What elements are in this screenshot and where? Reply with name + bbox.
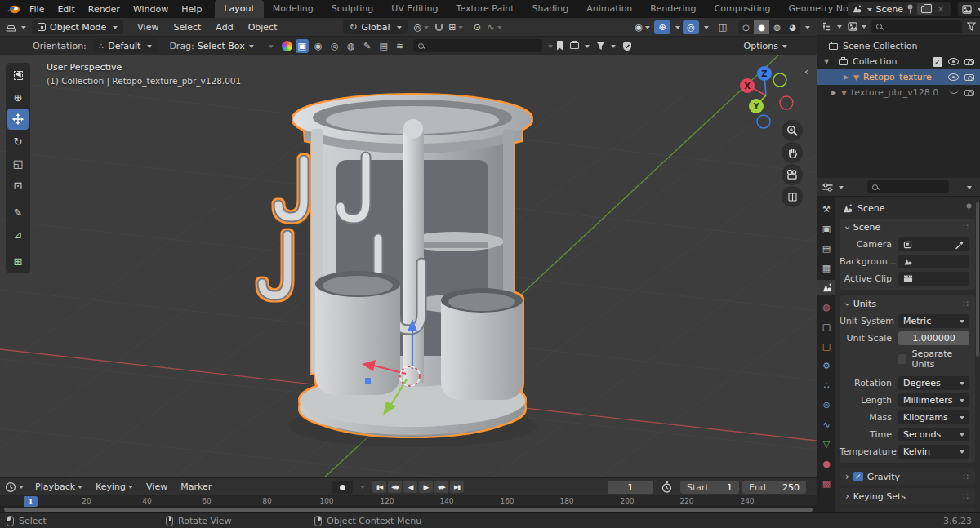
eye-open-icon[interactable] bbox=[948, 58, 959, 65]
mass-dropdown[interactable]: Kilograms bbox=[898, 410, 969, 424]
play-button[interactable]: ▶ bbox=[419, 481, 433, 493]
timeline-scrollbar[interactable] bbox=[0, 507, 817, 512]
expand-arrow-icon[interactable]: ▼ bbox=[824, 58, 832, 65]
tab-uv-editing[interactable]: UV Editing bbox=[382, 0, 447, 18]
menu-object[interactable]: Object bbox=[241, 22, 285, 33]
panel-menu-icon[interactable]: ∷ bbox=[963, 472, 969, 482]
menu-edit[interactable]: Edit bbox=[51, 4, 81, 15]
tab-modifiers[interactable]: ⚙ bbox=[817, 358, 835, 373]
tab-constraints[interactable]: ∿ bbox=[817, 417, 835, 432]
shield-check-icon[interactable] bbox=[622, 41, 632, 51]
shading-rendered-icon[interactable]: ◕ bbox=[785, 20, 800, 34]
collapsed-options-chevron[interactable] bbox=[269, 45, 274, 51]
panel-menu-icon[interactable]: ∷ bbox=[963, 222, 969, 233]
snap-with-dropdown[interactable]: ⊞ bbox=[447, 20, 465, 34]
panel-menu-icon[interactable]: ∷ bbox=[963, 491, 969, 502]
tab-sculpting[interactable]: Sculpting bbox=[323, 0, 382, 18]
proportional-editing-toggle[interactable]: ⊙ bbox=[469, 20, 485, 34]
show-gizmo-toggle[interactable]: ⊕ bbox=[654, 20, 670, 34]
scrollbar-thumb[interactable] bbox=[4, 508, 813, 512]
render-visibility-icon[interactable] bbox=[964, 59, 974, 65]
menu-add[interactable]: Add bbox=[208, 22, 240, 33]
unlink-scene-icon[interactable]: × bbox=[935, 3, 947, 15]
editor-type-outliner-icon[interactable] bbox=[822, 21, 833, 32]
camera-field[interactable] bbox=[898, 237, 969, 251]
chevron-down-icon[interactable] bbox=[611, 45, 616, 51]
timeline-ruler[interactable]: 1 20 40 60 80 100 120 140 160 180 200 22… bbox=[0, 496, 817, 507]
jump-to-end-button[interactable]: ▶▮ bbox=[450, 481, 464, 493]
time-dropdown[interactable]: Seconds bbox=[898, 428, 969, 441]
play-reverse-button[interactable]: ◀ bbox=[403, 481, 417, 493]
viewport-canvas[interactable]: User Perspective (1) Collection | Retopo… bbox=[0, 55, 817, 477]
expand-arrow-icon[interactable]: ▶ bbox=[844, 73, 852, 81]
rotation-dropdown[interactable]: Degrees bbox=[898, 376, 969, 390]
new-scene-button[interactable] bbox=[917, 3, 932, 15]
viewport-search-input[interactable] bbox=[413, 39, 542, 52]
tab-animation[interactable]: Animation bbox=[577, 0, 641, 18]
background-scene-field[interactable] bbox=[898, 255, 969, 268]
render-visibility-icon[interactable] bbox=[964, 90, 974, 96]
display-mode-icon[interactable] bbox=[848, 22, 858, 31]
menu-file[interactable]: File bbox=[23, 4, 51, 15]
bookmark-icon[interactable] bbox=[556, 41, 564, 51]
transform-orientation-dropdown[interactable]: ↻ Global bbox=[343, 20, 407, 34]
outliner-row-retopo-texture[interactable]: ▶ ▼ Retopo_texture_ bbox=[817, 69, 980, 85]
outliner-search-input[interactable] bbox=[871, 20, 962, 33]
chevron-down-icon[interactable] bbox=[585, 45, 590, 51]
tab-object[interactable]: □ bbox=[817, 339, 835, 353]
tab-modeling[interactable]: Modeling bbox=[264, 0, 323, 18]
tab-particles[interactable]: ∴ bbox=[817, 378, 835, 393]
scene-selector[interactable]: Scene × bbox=[848, 2, 951, 16]
filter-options-chevron[interactable] bbox=[967, 186, 972, 192]
render-visibility-icon[interactable] bbox=[964, 74, 974, 81]
menu-view[interactable]: View bbox=[140, 481, 174, 492]
tab-geometry-nodes[interactable]: Geometry Noc bbox=[779, 0, 848, 18]
menu-view[interactable]: View bbox=[130, 22, 166, 33]
zoom-button[interactable] bbox=[782, 120, 803, 141]
tab-texture-paint[interactable]: Texture Paint bbox=[448, 0, 523, 18]
outliner-row-texture-pbr[interactable]: ▶ ▼ texture_pbr_v128.0 bbox=[817, 85, 980, 100]
menu-window[interactable]: Window bbox=[127, 4, 175, 15]
editor-type-timeline-icon[interactable] bbox=[5, 481, 16, 493]
editor-type-properties-icon[interactable] bbox=[822, 182, 834, 193]
tab-render[interactable]: ▣ bbox=[817, 221, 835, 236]
sidebar-collapse-arrow[interactable]: ‹ bbox=[804, 65, 808, 78]
tab-scene[interactable] bbox=[817, 280, 835, 295]
eye-closed-icon[interactable] bbox=[949, 89, 959, 94]
select-box-tool[interactable] bbox=[7, 64, 29, 86]
unit-scale-field[interactable]: 1.000000 bbox=[898, 331, 969, 345]
tab-object-data[interactable]: ▽ bbox=[817, 437, 835, 451]
menu-playback[interactable]: Playback bbox=[29, 481, 89, 492]
eye-open-icon[interactable] bbox=[948, 73, 959, 81]
properties-scrollbar[interactable] bbox=[976, 202, 979, 357]
waves-icon[interactable]: ≋ bbox=[394, 39, 407, 53]
orientation-default-dropdown[interactable]: ∴ Default bbox=[93, 38, 158, 53]
active-clip-field[interactable] bbox=[898, 272, 969, 286]
next-keyframe-button[interactable]: ◆▶ bbox=[434, 481, 448, 493]
jump-to-start-button[interactable]: ▮◀ bbox=[372, 481, 386, 493]
tab-physics[interactable]: ⊚ bbox=[817, 397, 835, 412]
temperature-dropdown[interactable]: Kelvin bbox=[898, 445, 969, 459]
xray-toggle[interactable]: ◫ bbox=[715, 20, 731, 34]
chevron-down-icon[interactable] bbox=[862, 25, 866, 31]
scale-tool[interactable]: ◱ bbox=[7, 153, 29, 174]
editor-type-3d-viewport-icon[interactable] bbox=[5, 22, 17, 33]
move-tool[interactable] bbox=[7, 109, 29, 130]
search-options-chevron[interactable] bbox=[548, 45, 553, 51]
pin-icon[interactable] bbox=[906, 4, 914, 14]
show-object-types-icon[interactable]: ◉ bbox=[633, 20, 652, 34]
gravity-checkbox[interactable]: ✓ bbox=[853, 472, 863, 481]
scene-panel-header[interactable]: ‹ Scene ∷ bbox=[840, 219, 975, 236]
outliner-row-scene-collection[interactable]: Scene Collection bbox=[817, 38, 980, 54]
chevron-down-icon[interactable] bbox=[19, 486, 24, 491]
measure-tool[interactable]: ⊿ bbox=[7, 224, 29, 245]
tab-world[interactable]: ◍ bbox=[817, 299, 835, 314]
filter-icon[interactable] bbox=[596, 42, 605, 51]
overlay-options-chevron[interactable] bbox=[704, 26, 709, 32]
keying-sets-panel-header[interactable]: › Keying Sets ∷ bbox=[840, 488, 975, 504]
color-sphere-icon[interactable] bbox=[282, 41, 292, 51]
length-dropdown[interactable]: Millimeters bbox=[898, 393, 969, 407]
gizmo-options-chevron[interactable] bbox=[675, 26, 680, 32]
blender-logo-icon[interactable] bbox=[7, 3, 20, 15]
unit-system-dropdown[interactable]: Metric bbox=[898, 314, 969, 328]
